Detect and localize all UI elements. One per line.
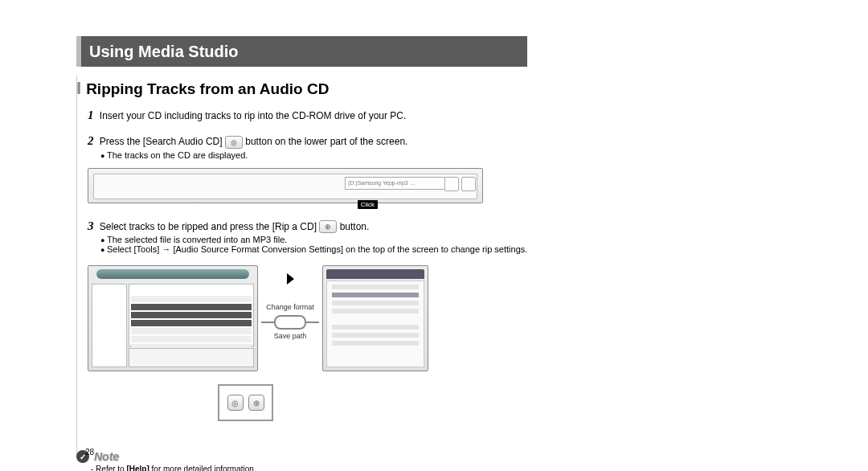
toolbar-btn bbox=[461, 177, 476, 191]
save-path-label: Save path bbox=[274, 333, 307, 341]
page-number: 28 bbox=[85, 448, 94, 457]
figure-row: Change format Save path ◎ ⊕ bbox=[88, 265, 559, 426]
step-3-bullet-1: The selected file is converted into an M… bbox=[100, 235, 559, 244]
step-3: 3 Select tracks to be ripped and press t… bbox=[88, 218, 559, 236]
detail-callout: ◎ ⊕ bbox=[218, 384, 273, 421]
chapter-title-bar: Using Media Studio bbox=[76, 36, 527, 67]
connector-icon bbox=[274, 315, 306, 330]
step-2-bullet: The tracks on the CD are displayed. bbox=[100, 150, 559, 160]
settings-titlebar bbox=[326, 269, 424, 279]
screenshot-app bbox=[88, 265, 258, 371]
note-label: Note bbox=[94, 450, 119, 463]
note-text: - Refer to [Help] for more detailed info… bbox=[91, 465, 559, 471]
step-number: 3 bbox=[88, 219, 94, 232]
step-text-pre: Select tracks to be ripped and press the… bbox=[100, 221, 319, 232]
click-callout: Click bbox=[358, 200, 378, 209]
step-text-post: button. bbox=[340, 221, 370, 232]
chapter-title: Using Media Studio bbox=[89, 43, 239, 61]
step-1: 1 Insert your CD including tracks to rip… bbox=[88, 107, 559, 125]
rip-cd-icon: ⊕ bbox=[319, 220, 337, 233]
app-sidebar bbox=[92, 284, 127, 367]
section-marker: I bbox=[76, 78, 81, 99]
screenshot-toolbar: (D:)Samsung Yepp-mp3 … Click bbox=[88, 168, 483, 203]
search-cd-detail-icon: ◎ bbox=[227, 395, 244, 411]
right-arrow-icon bbox=[287, 273, 294, 285]
search-audio-cd-icon: ◎ bbox=[225, 136, 243, 149]
rip-cd-detail-icon: ⊕ bbox=[248, 395, 264, 411]
step-2: 2 Press the [Search Audio CD] ◎ button o… bbox=[88, 133, 559, 150]
toolbar-buttons bbox=[444, 177, 476, 191]
screenshot-settings bbox=[322, 265, 428, 371]
section-heading: I Ripping Tracks from an Audio CD bbox=[76, 78, 559, 99]
step-number: 1 bbox=[88, 109, 94, 121]
toolbar-btn bbox=[444, 177, 459, 191]
step-number: 2 bbox=[88, 134, 94, 147]
section-title: Ripping Tracks from an Audio CD bbox=[86, 80, 329, 98]
app-titlebar bbox=[96, 269, 249, 279]
step-text-pre: Press the [Search Audio CD] bbox=[100, 136, 225, 147]
step-text-post: button on the lower part of the screen. bbox=[245, 136, 407, 147]
note-row: ✓ Note bbox=[76, 450, 559, 463]
step-3-bullet-2: Select [Tools] → [Audio Source Format Co… bbox=[100, 244, 559, 254]
change-format-label: Change format bbox=[266, 304, 314, 312]
drive-dropdown: (D:)Samsung Yepp-mp3 … bbox=[345, 177, 445, 190]
settings-body bbox=[326, 281, 424, 367]
app-bottom-bar bbox=[129, 348, 254, 367]
app-tracklist bbox=[129, 284, 254, 346]
arrow-column: Change format Save path bbox=[258, 265, 322, 341]
step-text: Insert your CD including tracks to rip i… bbox=[100, 110, 406, 121]
